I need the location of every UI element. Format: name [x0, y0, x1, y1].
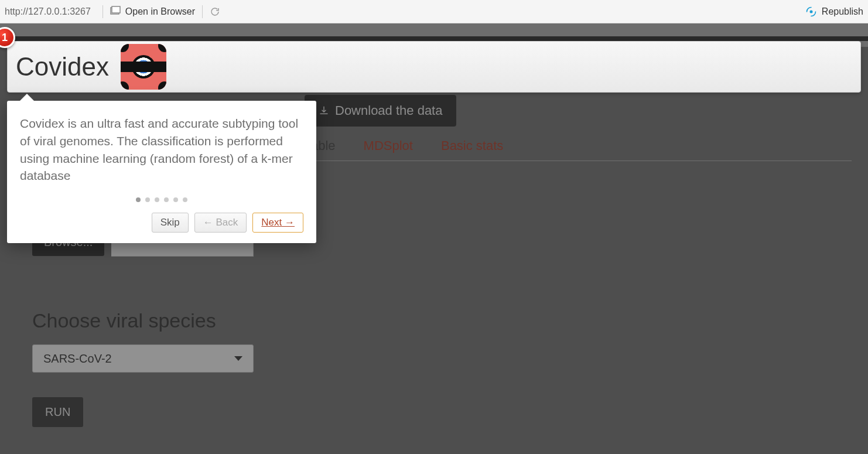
viewer-topbar: http://127.0.0.1:3267 Open in Browser Re…	[0, 0, 868, 23]
open-in-browser-label: Open in Browser	[125, 6, 195, 17]
open-in-browser-button[interactable]: Open in Browser	[110, 6, 195, 18]
tour-dot[interactable]	[155, 197, 159, 202]
tour-dot[interactable]	[173, 197, 178, 202]
run-button[interactable]: RUN	[32, 397, 83, 427]
app-logo-icon	[121, 44, 166, 90]
download-label: Download the data	[335, 103, 442, 118]
tour-dot[interactable]	[164, 197, 169, 202]
dark-strip	[0, 36, 868, 41]
app-stage: Download the data Table MDSplot Basic st…	[0, 23, 868, 454]
tour-text: Covidex is an ultra fast and accurate su…	[20, 115, 303, 185]
download-data-button[interactable]: Download the data	[305, 95, 456, 127]
tour-skip-button[interactable]: Skip	[152, 213, 189, 233]
tour-back-button[interactable]: ← Back	[194, 213, 247, 233]
divider	[202, 5, 203, 18]
svg-point-2	[809, 10, 812, 13]
republish-icon	[805, 6, 817, 18]
republish-label: Republish	[822, 6, 863, 17]
tab-mdsplot[interactable]: MDSplot	[364, 138, 413, 153]
tabs: Table MDSplot Basic stats	[305, 138, 852, 161]
tour-popover: Covidex is an ultra fast and accurate su…	[7, 101, 316, 243]
tour-next-button[interactable]: Next →	[252, 213, 303, 233]
tab-basic-stats[interactable]: Basic stats	[441, 138, 503, 153]
tour-dot[interactable]	[136, 197, 141, 202]
download-icon	[319, 105, 329, 116]
address-url[interactable]: http://127.0.0.1:3267	[5, 6, 95, 17]
species-selected-value: SARS-CoV-2	[43, 352, 112, 366]
species-heading: Choose viral species	[32, 309, 216, 332]
app-header: Covidex	[7, 41, 861, 93]
tour-dots	[20, 197, 303, 202]
chevron-down-icon	[234, 356, 242, 361]
svg-rect-1	[112, 6, 120, 13]
window-icon	[110, 6, 121, 18]
tour-dot[interactable]	[145, 197, 150, 202]
refresh-button[interactable]	[210, 6, 220, 17]
republish-button[interactable]: Republish	[805, 6, 863, 18]
divider	[102, 5, 103, 18]
app-title: Covidex	[16, 52, 109, 81]
species-select[interactable]: SARS-CoV-2	[32, 344, 254, 373]
tour-dot[interactable]	[183, 197, 187, 202]
tour-actions: Skip ← Back Next →	[20, 213, 303, 233]
